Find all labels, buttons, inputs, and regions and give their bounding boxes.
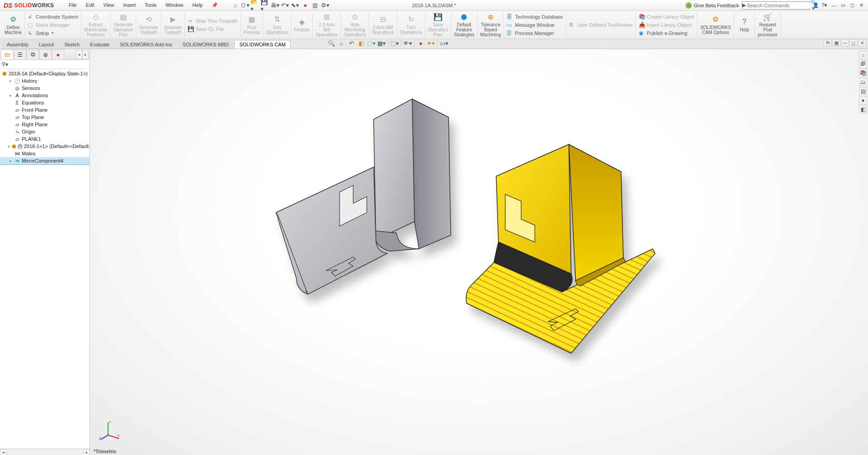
open-icon[interactable]: 📂▾ <box>251 1 260 10</box>
panel-tab-dimxpert[interactable]: ⊕ <box>39 49 52 59</box>
search-commands[interactable]: ▶ 🔍▾ <box>742 1 810 10</box>
menu-help[interactable]: Help <box>189 1 207 10</box>
doc-minimize-icon[interactable]: — <box>841 39 849 46</box>
scroll-track[interactable] <box>6 450 84 455</box>
tree-origin[interactable]: ↳Origin <box>0 128 89 135</box>
post-process-button[interactable]: ▦Post Process <box>241 12 263 38</box>
settings-icon[interactable]: ⚙▾ <box>321 1 330 10</box>
close-button[interactable]: ✕ <box>857 2 865 9</box>
publish-edrawing-button[interactable]: ◉Publish e-Drawing <box>639 30 695 37</box>
panel-tab-display[interactable]: ● <box>52 49 64 59</box>
expand-icon[interactable]: ▸ <box>8 93 13 98</box>
tab-layout[interactable]: Layout <box>34 40 59 49</box>
select-icon[interactable]: ⬉▾ <box>291 1 300 10</box>
tree-mates[interactable]: ⋈Mates <box>0 150 89 157</box>
tree-equations[interactable]: ΣEquations <box>0 99 89 106</box>
expand-icon[interactable]: ▸ <box>8 144 10 148</box>
coordinate-system-button[interactable]: ↲Coordinate System <box>28 13 79 20</box>
feedback-button[interactable]: ☺ Give Beta Feedback <box>686 2 739 9</box>
user-tool-holder-button[interactable]: 🛠User Defined Tool/Holder <box>569 21 633 29</box>
new-icon[interactable]: 🗋▾ <box>241 1 250 10</box>
options-icon[interactable]: ▥ <box>311 1 320 10</box>
panel-tab-propertymgr[interactable]: ☰ <box>14 49 26 59</box>
view-settings-icon[interactable]: ✦▾ <box>426 39 435 48</box>
feature-button[interactable]: ◆Feature <box>291 12 313 38</box>
panel-shift-right-icon[interactable]: ▸ <box>82 50 89 59</box>
cam-options-button[interactable]: ⚙SOLIDWORKS CAM Options <box>697 12 734 38</box>
search-input[interactable] <box>746 3 810 8</box>
tree-front-plane[interactable]: ▱Front Plane <box>0 106 89 114</box>
setup-button[interactable]: ↳Setup▾ <box>28 30 79 37</box>
generate-toolpath-button[interactable]: ⟲Generate Toolpath <box>136 12 161 38</box>
step-thru-button[interactable]: ⇥Step Thru Toolpath <box>187 17 238 25</box>
doc-tile-icon[interactable]: ▦ <box>832 39 840 46</box>
tab-assembly[interactable]: Assembly <box>2 40 34 49</box>
view-triad[interactable]: Y X Z <box>99 419 121 441</box>
tree-component-1[interactable]: ▸⬣(f) 2018-1<1> (Default<<Default>_Dis <box>0 143 89 150</box>
generate-op-plan-button[interactable]: ▤Generate Operation Plan <box>111 12 137 38</box>
rebuild-icon[interactable]: ● <box>301 1 310 10</box>
taskpane-library-icon[interactable]: 📚 <box>859 69 867 77</box>
process-manager-button[interactable]: ☰Process Manager <box>507 30 563 37</box>
tab-evaluate[interactable]: Evaluate <box>85 40 114 49</box>
save-cl-button[interactable]: 💾Save CL File <box>187 25 238 33</box>
tab-sketch[interactable]: Sketch <box>59 40 85 49</box>
taskpane-home-icon[interactable]: ⌂ <box>859 51 867 59</box>
previous-view-icon[interactable]: ↶ <box>347 39 356 48</box>
mill3-button[interactable]: ⊟3 Axis Mill Operations <box>369 12 397 38</box>
graphics-viewport[interactable]: Y X Z *Trimetric ⌂ 🗊 📚 🗂 ▤ ● ◧ <box>90 49 868 455</box>
doc-restore-icon[interactable]: ◻ <box>849 39 858 46</box>
view-orientation-icon[interactable]: ⬚▾ <box>367 39 376 48</box>
menu-file[interactable]: File <box>65 1 80 10</box>
tree-annotations[interactable]: ▸AAnnotations <box>0 92 89 99</box>
hole-machining-button[interactable]: ⊙Hole Machining Operations <box>341 12 369 38</box>
section-view-icon[interactable]: ◧ <box>357 39 366 48</box>
home-icon[interactable]: ⌂ <box>231 1 240 10</box>
edit-appearance-icon[interactable]: 👁▾ <box>403 39 412 48</box>
menu-window[interactable]: Window <box>162 1 187 10</box>
tree-plane1[interactable]: ▱PLANE1 <box>0 135 89 143</box>
zoom-area-icon[interactable]: ⌕ <box>337 39 346 48</box>
user-icon[interactable]: 👤 <box>813 2 819 8</box>
tree-sensors[interactable]: ◎Sensors <box>0 84 89 92</box>
turn-operations-button[interactable]: ↻Turn Operations <box>397 12 425 38</box>
message-window-button[interactable]: ▭Message Window <box>507 21 563 29</box>
tab-addins[interactable]: SOLIDWORKS Add-Ins <box>115 40 177 49</box>
extract-features-button[interactable]: ◇Extract Machinable Features <box>81 12 110 38</box>
mill25-button[interactable]: ⊞2.5 Axis Mill Operations <box>313 12 341 38</box>
menu-tools[interactable]: Tools <box>141 1 160 10</box>
tree-history[interactable]: ▸🕑History <box>0 77 89 84</box>
taskpane-custom-icon[interactable]: ◧ <box>859 105 867 114</box>
insert-library-button[interactable]: 📥Insert Library Object <box>639 21 695 29</box>
taskpane-resources-icon[interactable]: 🗊 <box>859 60 867 68</box>
hide-show-icon[interactable]: ⬚▾ <box>390 39 399 48</box>
tab-mbd[interactable]: SOLIDWORKS MBD <box>178 40 234 49</box>
expand-icon[interactable]: ▸ <box>8 79 13 83</box>
save-op-plan-button[interactable]: 💾Save Operation Plan <box>425 12 451 38</box>
tree-top-plane[interactable]: ▱Top Plane <box>0 114 89 121</box>
menu-pin-icon[interactable]: 📌 <box>208 1 222 10</box>
menu-view[interactable]: View <box>100 1 118 10</box>
doc-close-icon[interactable]: ✕ <box>858 39 866 46</box>
bottom-scrollbar[interactable]: ◂ ▸ <box>0 449 90 455</box>
display-style-icon[interactable]: ▦▾ <box>377 39 386 48</box>
save-icon[interactable]: 💾▾ <box>261 1 270 10</box>
apply-scene-icon[interactable]: ● <box>416 39 425 48</box>
create-library-button[interactable]: 📚Create Library Object <box>639 13 695 20</box>
restore-button[interactable]: ▭ <box>839 2 847 9</box>
taskpane-explorer-icon[interactable]: 🗂 <box>859 78 867 86</box>
scroll-left-icon[interactable]: ◂ <box>0 449 6 455</box>
tab-cam[interactable]: SOLIDWORKS CAM <box>234 40 291 49</box>
request-postprocessor-button[interactable]: 🛒Request Post processor <box>755 12 781 38</box>
help-button[interactable]: ?Help <box>734 12 755 38</box>
tree-filter[interactable]: ∇▾ <box>0 60 89 69</box>
default-feature-strategies-button[interactable]: ⬢Default Feature Strategies <box>451 12 478 38</box>
help-icon[interactable]: ?▾ <box>822 2 827 8</box>
panel-shift-left-icon[interactable]: ◂ <box>76 50 82 59</box>
panel-tab-featuremgr[interactable]: 🗁 <box>1 49 14 59</box>
stock-manager-button[interactable]: ▢Stock Manager <box>28 21 79 29</box>
zoom-fit-icon[interactable]: 🔍 <box>327 39 336 48</box>
tree-root[interactable]: ⬢2018-1A (Default<Display State-1>) <box>0 70 89 77</box>
print-icon[interactable]: 🖶▾ <box>271 1 280 10</box>
view-misc-icon[interactable]: ▭▾ <box>439 39 449 48</box>
